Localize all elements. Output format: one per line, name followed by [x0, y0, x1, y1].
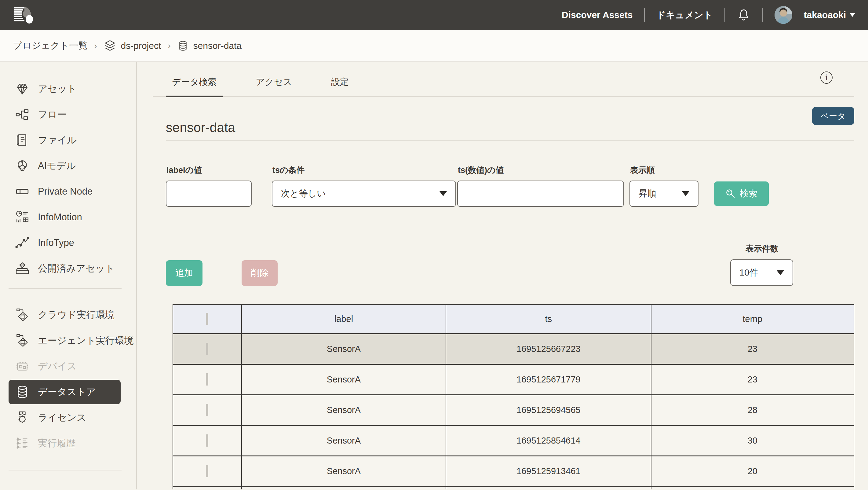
sidebar-item-ai-model[interactable]: AIモデル — [0, 153, 136, 179]
sort-order-value: 昇順 — [639, 188, 656, 200]
ts-condition-select[interactable]: 次と等しい — [272, 181, 456, 207]
sidebar-item-label: クラウド実行環境 — [38, 309, 115, 321]
notifications-bell-icon[interactable] — [737, 8, 751, 22]
nav-documents[interactable]: ドキュメント — [656, 9, 713, 21]
row-checkbox[interactable] — [206, 465, 208, 477]
caret-down-icon — [682, 191, 689, 196]
page-size-select[interactable]: 10件 — [730, 259, 793, 286]
table-row[interactable]: SensorA 1695125694565 28 — [173, 395, 854, 426]
sidebar-item-assets[interactable]: アセット — [0, 76, 136, 102]
sidebar-item-label: ファイル — [38, 134, 77, 147]
nav-discover-assets[interactable]: Discover Assets — [562, 10, 632, 20]
ai-model-icon — [15, 159, 29, 173]
search-button[interactable]: 検索 — [714, 181, 769, 206]
user-avatar[interactable] — [775, 6, 792, 24]
page-size-value: 10件 — [739, 267, 758, 279]
sidebar-divider — [8, 470, 122, 470]
caret-down-icon — [777, 270, 784, 275]
topbar: Discover Assets ドキュメント takaoaoki — [0, 0, 868, 30]
data-table: label ts temp SensorA 1695125667223 23 S… — [173, 304, 854, 489]
sidebar-item-label: アセット — [38, 83, 77, 95]
published-asset-icon — [15, 262, 29, 276]
breadcrumb-separator: › — [168, 41, 170, 51]
table-row[interactable]: SensorB 1695125924063 16 — [173, 487, 854, 490]
ts-value-label: ts(数値)の値 — [457, 165, 624, 176]
cell-ts: 1695125694565 — [446, 395, 651, 426]
tab-data-search[interactable]: データ検索 — [166, 76, 223, 97]
charts-icon — [15, 210, 29, 224]
logo-icon — [13, 5, 38, 25]
caret-down-icon — [439, 191, 447, 196]
row-checkbox[interactable] — [206, 434, 208, 447]
page-size-control: 表示件数 10件 — [730, 243, 793, 286]
row-checkbox[interactable] — [206, 373, 208, 386]
breadcrumb-label: ds-project — [121, 41, 161, 51]
app-logo[interactable] — [13, 5, 38, 25]
gem-icon — [15, 82, 29, 96]
table-row[interactable]: SensorA 1695125667223 23 — [173, 334, 854, 364]
database-icon — [178, 40, 188, 51]
column-header-label[interactable]: label — [242, 305, 446, 334]
avatar-photo — [775, 6, 792, 24]
cell-label: SensorA — [242, 395, 446, 426]
ts-value-input[interactable] — [457, 181, 624, 207]
breadcrumb-datastore[interactable]: sensor-data — [178, 40, 242, 51]
table-row[interactable]: SensorA 1695125913461 20 — [173, 456, 854, 487]
cell-ts: 1695125667223 — [446, 334, 651, 364]
breadcrumb-project[interactable]: ds-project — [104, 40, 161, 52]
row-checkbox[interactable] — [206, 343, 208, 355]
cell-label: SensorA — [242, 334, 446, 364]
sidebar-item-label: Private Node — [38, 186, 93, 197]
add-button[interactable]: 追加 — [166, 260, 203, 286]
sidebar-item-files[interactable]: ファイル — [0, 127, 136, 153]
label-value-input[interactable] — [166, 181, 252, 207]
column-header-temp[interactable]: temp — [651, 305, 854, 334]
sidebar-item-connection[interactable]: コネクション — [0, 483, 136, 490]
user-menu[interactable]: takaoaoki — [804, 10, 855, 20]
cell-temp: 16 — [651, 487, 854, 490]
line-chart-icon — [15, 236, 29, 250]
sidebar-item-infotype[interactable]: InfoType — [0, 230, 136, 256]
sidebar-item-agent-runtime[interactable]: エージェント実行環境 — [0, 328, 136, 354]
sidebar-item-flow[interactable]: フロー — [0, 102, 136, 127]
cell-temp: 30 — [651, 426, 854, 456]
cell-temp: 23 — [651, 364, 854, 395]
column-header-ts[interactable]: ts — [446, 305, 651, 334]
sidebar-item-label: InfoType — [38, 237, 74, 248]
cell-temp: 20 — [651, 456, 854, 487]
table-header-row: label ts temp — [173, 305, 854, 334]
breadcrumb-projects[interactable]: プロジェクト一覧 — [13, 39, 87, 52]
sidebar-item-infomotion[interactable]: InfoMotion — [0, 204, 136, 230]
info-icon[interactable]: i — [820, 71, 833, 84]
tab-access[interactable]: アクセス — [250, 76, 298, 96]
actions-row: 追加 削除 表示件数 10件 — [166, 243, 854, 286]
row-checkbox[interactable] — [206, 404, 208, 416]
cell-ts: 1695125671779 — [446, 364, 651, 395]
sort-order-select[interactable]: 昇順 — [629, 181, 699, 207]
sort-order-label: 表示順 — [629, 165, 699, 176]
cell-ts: 1695125913461 — [446, 456, 651, 487]
cell-ts: 1695125924063 — [446, 487, 651, 490]
file-icon — [15, 133, 29, 147]
header-checkbox-cell — [173, 305, 242, 334]
sidebar-item-private-node[interactable]: Private Node — [0, 179, 136, 204]
table-row[interactable]: SensorA 1695125854614 30 — [173, 426, 854, 456]
layers-icon — [104, 40, 116, 52]
tab-settings[interactable]: 設定 — [325, 76, 355, 96]
sidebar-item-label: デバイス — [38, 360, 77, 373]
sidebar-item-label: AIモデル — [38, 159, 76, 172]
filter-form: labelの値 tsの条件 次と等しい ts(数値)の値 表示順 昇順 — [166, 165, 854, 207]
page-title: sensor-data — [166, 118, 235, 137]
breadcrumb-label: sensor-data — [193, 41, 242, 51]
sidebar-item-label: エージェント実行環境 — [38, 334, 134, 347]
sidebar-item-license[interactable]: ライセンス — [0, 405, 136, 430]
cell-label: SensorA — [242, 426, 446, 456]
table-row[interactable]: SensorA 1695125671779 23 — [173, 364, 854, 395]
sidebar-item-run-history: 実行履歴 — [0, 430, 136, 456]
sidebar-item-datastore[interactable]: データストア — [8, 380, 121, 404]
select-all-checkbox[interactable] — [206, 313, 208, 325]
sidebar-item-published-assets[interactable]: 公開済みアセット — [0, 256, 136, 281]
chip-flow-icon — [15, 308, 29, 322]
sidebar-item-cloud-runtime[interactable]: クラウド実行環境 — [0, 302, 136, 328]
cell-label: SensorB — [242, 487, 446, 490]
